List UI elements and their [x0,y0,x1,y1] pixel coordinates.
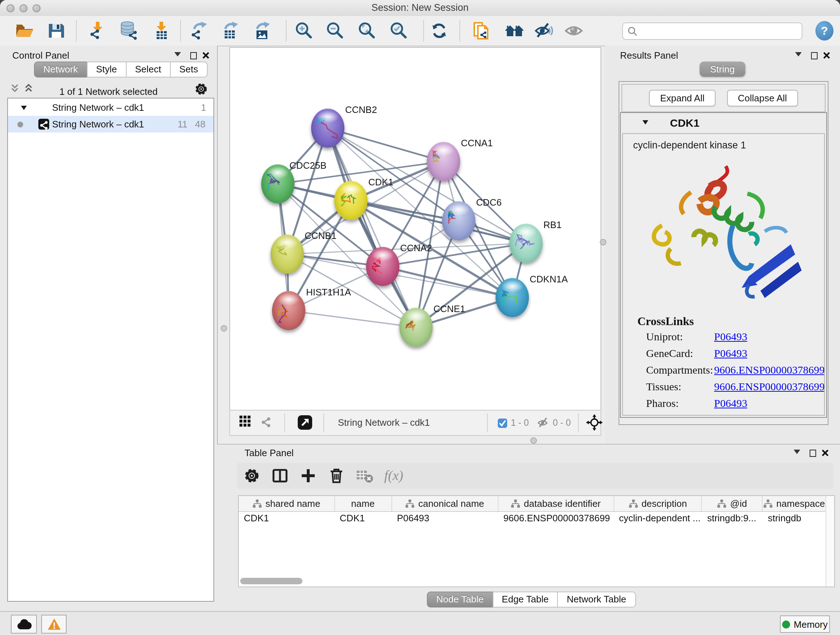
panel-menu-icon[interactable] [794,450,800,454]
delete-column-icon[interactable] [328,467,345,485]
table-cell[interactable]: stringdb:9... [702,511,763,525]
table-horizontal-scrollbar-thumb[interactable] [240,578,302,584]
help-button[interactable]: ? [815,21,834,41]
zoom-out-icon[interactable] [325,21,345,41]
clone-network-icon[interactable] [471,21,491,41]
table-cell[interactable]: 9606.ENSP00000378699 [498,511,614,525]
zoom-fit-icon[interactable] [357,21,377,41]
column-header-namespace[interactable]: namespace [763,496,826,511]
import-table-icon[interactable] [152,21,171,41]
table-cell[interactable]: stringdb [763,511,826,525]
cloud-status-button[interactable] [11,615,37,633]
expand-all-button[interactable]: Expand All [649,90,715,106]
export-image-icon[interactable] [252,21,272,41]
panel-float-icon[interactable] [811,52,818,59]
tab-network[interactable]: Network [34,62,87,78]
tab-network-table[interactable]: Network Table [557,592,636,608]
column-header-database-identifier[interactable]: database identifier [498,496,614,511]
show-all-icon[interactable] [564,21,584,41]
table-data-row[interactable]: CDK1CDK1P064939606.ENSP00000378699cyclin… [239,511,826,525]
selected-checkbox-icon[interactable] [498,418,507,428]
table-cell[interactable]: CDK1 [335,511,392,525]
add-column-icon[interactable] [300,467,317,485]
column-header-description[interactable]: description [614,496,702,511]
zoom-selected-icon[interactable] [389,21,409,41]
network-node-HIST1H1A[interactable] [272,291,305,330]
import-network-from-database-icon[interactable] [119,21,139,41]
network-row-selected[interactable]: String Network – cdk1 11 48 [8,116,213,133]
panel-close-icon[interactable] [823,52,830,59]
crosslink-link[interactable]: P06493 [714,331,747,343]
network-node-CDK1[interactable] [334,181,368,220]
tab-node-table[interactable]: Node Table [427,592,493,608]
memory-button[interactable]: Memory [780,616,830,633]
export-network-icon[interactable] [189,21,209,41]
network-edge[interactable] [328,128,444,162]
network-node-CCNE1[interactable] [399,308,433,347]
save-session-icon[interactable] [47,21,66,41]
network-node-CCNA1[interactable] [427,142,460,181]
warning-status-button[interactable] [41,615,66,633]
collapse-all-button[interactable]: Collapse All [727,90,798,106]
tab-sets[interactable]: Sets [170,62,207,78]
node-gloss [276,236,298,249]
network-node-CCNB1[interactable] [271,234,304,274]
network-node-CDKN1A[interactable] [496,278,529,317]
crosslink-link[interactable]: 9606.ENSP00000378699 [714,364,825,377]
column-header-canonical-name[interactable]: canonical name [392,496,498,511]
network-node-CCNA2[interactable] [366,247,399,286]
network-collection-row[interactable]: String Network – cdk1 1 [8,100,213,116]
section-collapse-icon[interactable] [643,120,648,125]
splitter-handle[interactable] [600,239,606,245]
tab-edge-table[interactable]: Edge Table [493,592,558,608]
network-node-CDC6[interactable] [442,201,475,241]
table-settings-gear-icon[interactable] [243,467,261,485]
panel-menu-icon[interactable] [795,52,802,57]
network-node-CCNB2[interactable] [311,109,344,148]
column-header-@id[interactable]: @id [702,496,763,511]
panel-close-icon[interactable] [822,450,829,456]
export-table-icon[interactable] [220,21,240,41]
tab-select[interactable]: Select [126,62,171,78]
column-header-shared-name[interactable]: shared name [239,496,335,511]
collection-expand-icon[interactable] [21,106,27,110]
panel-float-icon[interactable] [190,52,197,59]
panel-menu-icon[interactable] [174,52,181,57]
strip-separator [324,413,324,432]
column-header-name[interactable]: name [335,496,392,511]
refresh-layout-icon[interactable] [429,21,449,41]
open-session-icon[interactable] [15,21,34,41]
home-networks-icon[interactable] [505,21,524,41]
show-columns-icon[interactable] [271,467,289,485]
grid-view-icon[interactable] [240,416,251,429]
crosslink-link[interactable]: P06493 [714,397,747,410]
table-cell[interactable]: P06493 [392,511,498,525]
crosslink-link[interactable]: P06493 [714,348,747,360]
hide-selected-icon[interactable] [534,21,553,41]
node-table[interactable]: shared namenamecanonical namedatabase id… [238,495,835,587]
tab-string[interactable]: String [699,62,745,77]
birdseye-view-icon[interactable] [297,415,313,432]
tab-style[interactable]: Style [87,62,126,78]
search-field[interactable] [622,22,802,40]
splitter-handle[interactable] [221,325,227,332]
table-cell[interactable]: CDK1 [239,511,335,525]
table-vertical-scrollbar[interactable] [826,496,834,586]
delete-table-icon[interactable] [356,467,373,485]
network-edge[interactable] [289,310,416,327]
import-network-icon[interactable] [88,21,107,41]
panel-close-icon[interactable] [202,52,209,59]
network-share-icon[interactable] [260,416,272,430]
panel-float-icon[interactable] [809,450,816,456]
pan-crosshair-icon[interactable] [586,414,603,433]
search-input[interactable] [640,24,799,38]
protein-section-header[interactable]: CDK1 [621,113,826,132]
zoom-in-icon[interactable] [294,21,314,41]
crosslink-link[interactable]: 9606.ENSP00000378699 [714,381,825,393]
network-node-RB1[interactable] [509,224,543,263]
gear-icon[interactable] [194,82,208,98]
table-cell[interactable]: cyclin-dependent ... [614,511,702,525]
function-builder-icon[interactable]: f(x) [384,468,403,484]
splitter-handle[interactable] [531,437,537,444]
network-canvas[interactable]: CCNB2CCNA1CDC25BCDK1CDC6RB1CCNB1CCNA2CDK… [229,47,601,410]
